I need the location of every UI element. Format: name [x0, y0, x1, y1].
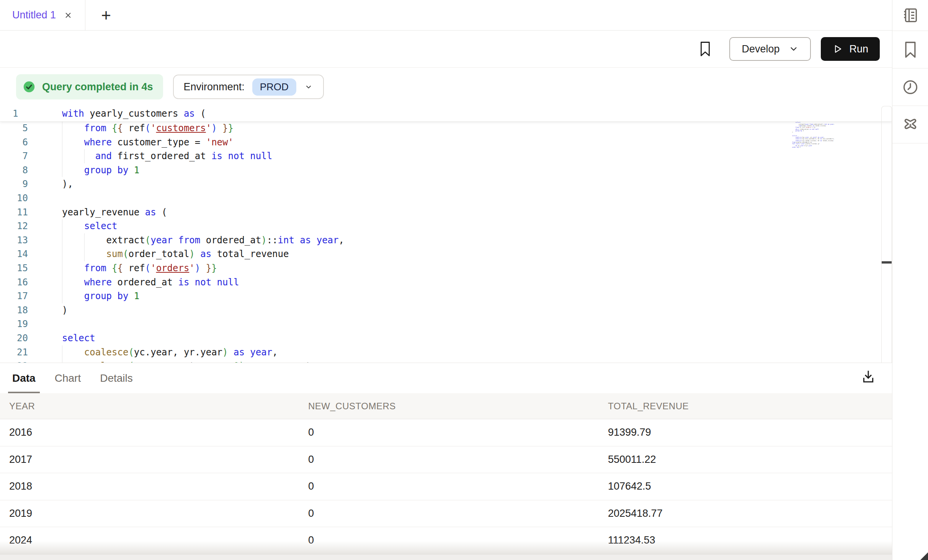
- run-label: Run: [849, 43, 868, 55]
- sparkle-cross-icon: [901, 116, 920, 134]
- line-number: 13: [0, 233, 28, 247]
- indent-guide: [62, 261, 62, 275]
- results-scrollbar[interactable]: [0, 555, 892, 560]
- code-line-8: 8 group by 1: [0, 163, 831, 177]
- tab-label: Untitled 1: [12, 9, 56, 21]
- line-number: 11: [0, 205, 28, 220]
- code-line-19: 19: [0, 317, 831, 331]
- clock-icon: [902, 78, 919, 96]
- indent-guide: [62, 345, 62, 360]
- line-number: 20: [0, 331, 28, 345]
- results-panel: Data Chart Details YEARNEW_CUSTOMERSTOTA…: [0, 363, 892, 560]
- close-tab-icon[interactable]: [64, 11, 73, 20]
- download-icon[interactable]: [861, 369, 876, 384]
- table-row: 20240111234.53: [0, 527, 892, 554]
- indent-guide: [62, 163, 62, 177]
- table-cell: 0: [299, 454, 599, 466]
- table-cell: 2016: [0, 427, 299, 438]
- indent-guide: [62, 275, 62, 290]
- toolbar: Develop Run: [0, 31, 892, 68]
- query-status-text: Query completed in 4s: [42, 81, 153, 93]
- play-icon: [832, 44, 843, 54]
- line-number: 21: [0, 345, 28, 360]
- line-number: 6: [0, 135, 28, 150]
- tab-chart[interactable]: Chart: [55, 363, 81, 393]
- table-cell: 0: [299, 534, 599, 546]
- line-number: 7: [0, 149, 28, 163]
- rail-item-notebook[interactable]: [892, 0, 928, 31]
- code-line-16: 16 where ordered_at is not null: [0, 275, 831, 290]
- editor-scrollbar[interactable]: [881, 106, 892, 363]
- table-body: 2016091399.7920170550011.2220180107642.5…: [0, 419, 892, 554]
- indent-guide: [84, 149, 85, 163]
- tab-details[interactable]: Details: [100, 363, 133, 393]
- indent-guide: [62, 219, 62, 233]
- code-line-18: 18): [0, 303, 831, 317]
- ref-link[interactable]: orders: [156, 263, 190, 273]
- code-line-21: 21 coalesce(yc.year, yr.year) as year,: [0, 345, 831, 360]
- develop-label: Develop: [742, 43, 779, 55]
- code-line-9: 9),: [0, 177, 831, 191]
- code-line-20: 20select: [0, 331, 831, 345]
- table-cell: 2024: [0, 534, 299, 546]
- right-icon-rail: [892, 0, 928, 560]
- line-number: 22: [0, 359, 28, 363]
- code-line-6: 6 where customer_type = 'new': [0, 135, 831, 150]
- table-cell: 2019: [0, 508, 299, 519]
- table-cell: 2017: [0, 454, 299, 466]
- line-number: 5: [0, 121, 28, 135]
- table-row: 201902025418.77: [0, 500, 892, 527]
- line-number: 9: [0, 177, 28, 191]
- tab-data[interactable]: Data: [12, 363, 36, 393]
- table-cell: 91399.79: [599, 427, 892, 438]
- develop-dropdown[interactable]: Develop: [729, 37, 811, 61]
- rail-item-bookmarks[interactable]: [892, 31, 928, 68]
- indent-guide: [62, 149, 62, 163]
- code-line-17: 17 group by 1: [0, 289, 831, 303]
- table-cell: 111234.53: [599, 534, 892, 546]
- editor-tab-bar: Untitled 1 +: [0, 0, 892, 31]
- run-button[interactable]: Run: [821, 37, 880, 61]
- environment-selector[interactable]: Environment: PROD: [173, 75, 324, 99]
- table-cell: 550011.22: [599, 454, 892, 466]
- code-line-11: 11yearly_revenue as (: [0, 205, 831, 220]
- line-number: 8: [0, 163, 28, 177]
- column-header: TOTAL_REVENUE: [599, 401, 892, 412]
- line-number: 14: [0, 247, 28, 261]
- line-number: 18: [0, 303, 28, 317]
- indent-guide: [62, 121, 62, 135]
- rail-item-history[interactable]: [892, 68, 928, 106]
- resize-corner: [920, 552, 928, 560]
- table-cell: 107642.5: [599, 480, 892, 492]
- environment-label: Environment:: [184, 81, 245, 93]
- indent-guide: [62, 359, 62, 363]
- code-line-22: 22 coalesce(yc.new_customers, 0) as new_…: [0, 359, 831, 363]
- table-cell: 0: [299, 427, 599, 438]
- indent-guide: [62, 233, 62, 247]
- results-tab-bar: Data Chart Details: [0, 363, 892, 393]
- code-line-12: 12 select: [0, 219, 831, 233]
- ref-link[interactable]: customers: [156, 123, 206, 133]
- table-row: 20170550011.22: [0, 446, 892, 474]
- tab-untitled-1[interactable]: Untitled 1: [0, 0, 85, 30]
- bookmark-icon[interactable]: [699, 41, 712, 57]
- editor-scrollbar-thumb[interactable]: [882, 261, 892, 264]
- rail-item-copilot[interactable]: [892, 106, 928, 143]
- editor-minimap[interactable]: with yearly_customers as ( select extrac…: [792, 106, 837, 333]
- new-tab-button[interactable]: +: [85, 0, 127, 30]
- sticky-code-line: 1with yearly_customers as (: [0, 106, 892, 122]
- table-cell: 0: [299, 508, 599, 519]
- indent-guide: [84, 233, 85, 247]
- indent-guide: [62, 289, 62, 303]
- bookmark-icon: [902, 41, 919, 59]
- indent-guide: [62, 247, 62, 261]
- table-row: 2016091399.79: [0, 419, 892, 446]
- code-line-10: 10: [0, 191, 831, 205]
- table-cell: 2025418.77: [599, 508, 892, 519]
- table-row: 20180107642.5: [0, 473, 892, 500]
- chevron-down-icon: [789, 44, 799, 54]
- line-number: 10: [0, 191, 28, 205]
- code-line-13: 13 extract(year from ordered_at)::int as…: [0, 233, 831, 247]
- check-circle-icon: [22, 80, 36, 94]
- sql-editor[interactable]: 5 from {{ ref('customers') }}6 where cus…: [0, 106, 892, 363]
